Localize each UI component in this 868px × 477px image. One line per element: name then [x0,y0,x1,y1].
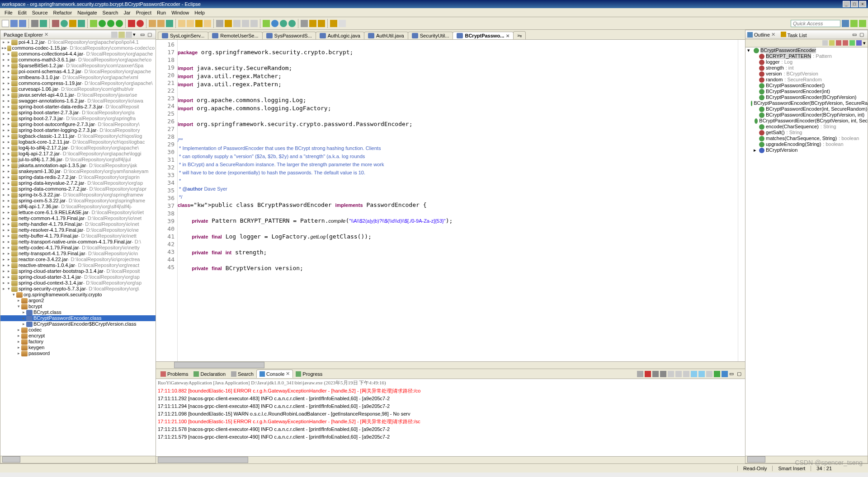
outline-menu-icon[interactable]: ▾ [863,40,866,46]
last-edit-icon[interactable] [318,20,325,27]
outline-member[interactable]: logger: Log [745,59,868,65]
menu-source[interactable]: Source [29,9,51,16]
console-max-icon[interactable]: ▢ [737,371,743,377]
pin-icon[interactable] [301,20,308,27]
tree-package[interactable]: ▾org.springframework.security.crypto [0,292,156,298]
tree-subpackage[interactable]: ▸argon2 [0,298,156,304]
prev-annotation-icon[interactable] [242,20,249,27]
collapse-all-icon[interactable] [111,32,118,38]
tree-class[interactable]: ▸BCrypt.class [0,309,156,315]
console-wrap-icon[interactable] [691,371,697,377]
sync-icon[interactable] [288,20,296,27]
tree-jar-item[interactable]: ▸▸netty-resolver-4.1.79.Final.jar - D:\l… [0,227,156,233]
bottom-tab-progress[interactable]: Progress [293,370,325,378]
outline-member[interactable]: BCryptPasswordEncoder() [745,83,868,89]
tree-jar-item[interactable]: ▸▸log4j-to-slf4j-2.17.2.jar - D:\localRe… [0,145,156,151]
tree-jar-item[interactable]: ▸▸slf4j-api-1.7.36.jar - D:\localReposit… [0,204,156,210]
bottom-tab-search[interactable]: Search [228,370,256,378]
tree-jar-item[interactable]: ▸▾spring-security-crypto-5.7.3.jar - D:\… [0,286,156,292]
outline-member[interactable]: upgradeEncoding(String): boolean [745,141,868,147]
tree-jar-item[interactable]: ▸▸xmlbeans-3.1.0.jar - D:\localRepositor… [0,75,156,80]
tree-jar-item[interactable]: ▸▸spring-boot-starter-data-redis-2.7.3.j… [0,104,156,110]
show-whitespace-icon[interactable] [250,20,258,27]
outline-member[interactable]: BCryptPasswordEncoder(BCryptVersion, int… [745,112,868,118]
bottom-tab-declaration[interactable]: Declaration [191,370,228,378]
console-min-icon[interactable]: ▭ [729,371,736,377]
tree-jar-item[interactable]: ▸▸netty-buffer-4.1.79.Final.jar - D:\loc… [0,233,156,239]
editor-tab[interactable]: SysLoginServ... [158,32,208,39]
tree-jar-item[interactable]: ▸▸jul-to-slf4j-1.7.36.jar - D:\localRepo… [0,157,156,163]
editor-tab[interactable]: RemoteUserSe... [208,32,262,39]
tree-jar-item[interactable]: ▸▸lettuce-core-6.1.9.RELEASE.jar - D:\lo… [0,210,156,215]
menu-file[interactable]: File [2,9,15,16]
stop-icon[interactable] [128,20,135,27]
saveall-icon[interactable] [19,20,26,27]
minimize-view-icon[interactable]: ▭ [140,32,146,38]
outline-min-icon[interactable]: ▭ [852,32,859,38]
tree-subpackage[interactable]: ▸keygen [0,345,156,351]
console-new-icon[interactable] [722,371,728,377]
outline-member[interactable]: matches(CharSequence, String): boolean [745,136,868,141]
outline-member[interactable]: ▸BCryptVersion [745,147,868,153]
outline-hide-nonpublic-icon[interactable] [849,40,855,46]
outline-member[interactable]: BCRYPT_PATTERN: Pattern [745,53,868,59]
editor-tab[interactable]: AuthUtil.java [364,32,408,39]
tab-overflow[interactable]: »₂ [513,31,526,39]
outline-member[interactable]: BCryptPasswordEncoder(int) [745,89,868,94]
new-class-icon[interactable] [157,20,165,27]
tree-jar-item[interactable]: ▸▸spring-cloud-starter-3.1.4.jar - D:\lo… [0,274,156,280]
outline-hide-static-icon[interactable] [843,40,848,46]
console-remove-icon[interactable] [652,371,659,377]
new-icon[interactable] [2,20,9,27]
outline-class[interactable]: ▾BCryptPasswordEncoder [745,47,868,53]
plugin-icon[interactable] [263,20,270,27]
tree-jar-item[interactable]: ▸▸spring-tx-5.3.22.jar - D:\localReposit… [0,192,156,198]
close-button[interactable]: × [859,1,866,7]
connect-icon[interactable] [69,20,76,27]
toggle-mark-icon[interactable] [225,20,232,27]
outline-member[interactable]: strength: int [745,65,868,71]
outline-member[interactable]: BCryptPasswordEncoder(BCryptVersion, Sec… [745,100,868,106]
tree-jar-item[interactable]: ▸▸spring-oxm-5.3.22.jar - D:\localReposi… [0,198,156,204]
menu-refactor[interactable]: Refactor [51,9,75,16]
maximize-button[interactable]: □ [851,1,858,7]
tree-jar-item[interactable]: ▸▸spring-boot-starter-2.7.3.jar - D:\loc… [0,110,156,116]
outline-hide-fields-icon[interactable] [836,40,841,46]
tree-jar-item[interactable]: ▸▸log4j-api-2.17.2.jar - D:\localReposit… [0,151,156,157]
tasklist-tab[interactable]: Task List [781,32,807,38]
console-lock-icon[interactable] [683,371,689,377]
menu-search[interactable]: Search [100,9,121,16]
perspective-debug-icon[interactable] [850,20,858,27]
console-removeall-icon[interactable] [660,371,666,377]
help-icon[interactable] [271,20,278,27]
outline-member[interactable]: encode(CharSequence): String [745,124,868,130]
menu-help[interactable]: Help [192,9,208,16]
tree-jar-item[interactable]: ▸▸spring-data-redis-2.7.2.jar - D:\local… [0,174,156,180]
outline-member[interactable]: random: SecureRandom [745,77,868,83]
skip-icon[interactable] [52,20,59,27]
tree-jar-item[interactable]: ▸▸commons-math3-3.6.1.jar - D:\localRepo… [0,57,156,63]
tree-jar-item[interactable]: ▸▸netty-codec-4.1.79.Final.jar - D:\loca… [0,245,156,251]
wand-icon[interactable] [195,20,203,27]
tree-jar-item[interactable]: ▸▸spring-cloud-starter-bootstrap-3.1.4.j… [0,268,156,274]
tree-subpackage[interactable]: ▸codec [0,327,156,333]
save-icon[interactable] [10,20,18,27]
package-tree[interactable]: ▸▸poi-4.1.2.jar - D:\localRepository\org… [0,39,156,456]
menu-edit[interactable]: Edit [15,9,29,16]
tab-close-icon[interactable]: ✕ [506,33,509,38]
menu-window[interactable]: Window [169,9,192,16]
tree-jar-item[interactable]: ▸▸netty-handler-4.1.79.Final.jar - D:\lo… [0,221,156,227]
tab-close-icon[interactable]: ✕ [286,371,290,377]
tree-jar-item[interactable]: ▸▸javax.servlet-api-4.0.1.jar - D:\local… [0,92,156,98]
tree-jar-item[interactable]: ▸▸commons-compress-1.19.jar - D:\localRe… [0,80,156,86]
menu-project[interactable]: Project [133,9,154,16]
open-type-icon[interactable] [178,20,185,27]
console-open-icon[interactable] [706,371,712,377]
console-show-icon[interactable] [698,371,705,377]
tree-jar-item[interactable]: ▸▸SparseBitSet-1.2.jar - D:\localReposit… [0,63,156,69]
editor-hscroll[interactable] [156,361,745,369]
tree-jar-item[interactable]: ▸▸reactive-streams-1.0.4.jar - D:\localR… [0,262,156,268]
forward-icon[interactable] [339,20,346,27]
console-output[interactable]: 17:11:10.882 [boundedElastic-16] ERROR c… [156,387,745,456]
browser-icon[interactable] [280,20,287,27]
